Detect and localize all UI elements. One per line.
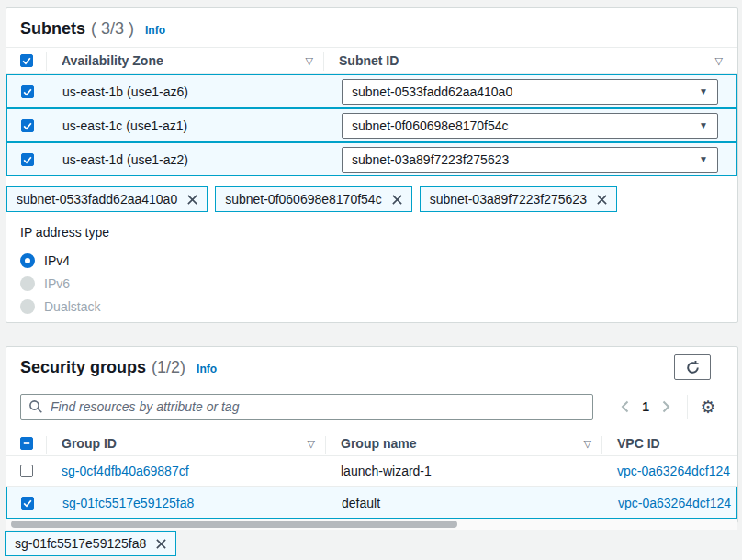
previous-page-button[interactable] bbox=[615, 396, 635, 418]
group-id-link[interactable]: sg-0cf4dfb40a69887cf bbox=[62, 464, 189, 478]
subnets-panel: Subnets ( 3/3 ) Info Availability Zone ▽… bbox=[6, 7, 738, 323]
subnet-row-checkbox[interactable] bbox=[21, 153, 34, 166]
group-id-link[interactable]: sg-01fc5517e59125fa8 bbox=[62, 496, 194, 510]
preferences-button[interactable]: ⚙ bbox=[697, 396, 719, 418]
sg-select-all-checkbox[interactable] bbox=[20, 437, 33, 450]
availability-zone-value: us-east-1d (use1-az2) bbox=[48, 152, 325, 167]
sort-icon[interactable]: ▽ bbox=[308, 439, 315, 449]
ip-address-type-group: IP address type IPv4 IPv6 Dualstack bbox=[6, 225, 737, 318]
sort-icon[interactable]: ▽ bbox=[584, 439, 591, 449]
search-icon bbox=[28, 399, 43, 414]
radio-label: IPv4 bbox=[44, 253, 70, 268]
current-page-number: 1 bbox=[635, 399, 656, 414]
subnet-token: subnet-03a89f7223f275623 bbox=[420, 186, 617, 212]
column-header-vpc-id: VPC ID bbox=[602, 431, 737, 455]
security-groups-panel-header: Security groups (1/2) Info bbox=[6, 347, 737, 386]
dismiss-icon[interactable] bbox=[155, 538, 167, 550]
subnet-id-dropdown[interactable]: subnet-03a89f7223f275623 ▼ bbox=[342, 147, 718, 173]
group-name-value: launch-wizard-1 bbox=[326, 464, 602, 478]
sort-icon[interactable]: ▽ bbox=[715, 56, 723, 66]
security-groups-table-header: Group ID ▽ Group name ▽ VPC ID bbox=[6, 431, 737, 456]
radio-option-dualstack: Dualstack bbox=[20, 295, 737, 318]
dismiss-icon[interactable] bbox=[391, 194, 403, 206]
subnet-row-checkbox[interactable] bbox=[21, 85, 34, 98]
column-label: Group ID bbox=[62, 436, 117, 451]
chevron-left-icon bbox=[620, 399, 631, 414]
subnet-id-dropdown-value: subnet-0f060698e8170f54c bbox=[352, 118, 508, 133]
gear-icon: ⚙ bbox=[700, 398, 715, 416]
subnet-row-checkbox[interactable] bbox=[21, 119, 34, 132]
vpc-id-cell: vpc-0a63264dcf124 bbox=[602, 464, 737, 478]
subnet-token-label: subnet-0533fadd62aa410a0 bbox=[17, 192, 177, 207]
subnets-count: ( 3/3 ) bbox=[91, 19, 134, 39]
column-label: Subnet ID bbox=[339, 53, 399, 68]
security-groups-toolbar: 1 ⚙ bbox=[20, 394, 719, 420]
dropdown-arrow-icon: ▼ bbox=[699, 154, 708, 164]
subnet-id-cell: subnet-03a89f7223f275623 ▼ bbox=[325, 147, 736, 173]
indeterminate-icon bbox=[22, 439, 31, 448]
row-checkbox-cell bbox=[6, 465, 47, 477]
next-page-button[interactable] bbox=[656, 396, 676, 418]
subnet-row: us-east-1d (use1-az2) subnet-03a89f7223f… bbox=[6, 142, 737, 176]
checkmark-icon bbox=[22, 120, 33, 131]
column-header-group-id: Group ID ▽ bbox=[47, 431, 326, 455]
dismiss-icon[interactable] bbox=[596, 194, 608, 206]
security-groups-panel: Security groups (1/2) Info 1 bbox=[6, 346, 738, 523]
checkmark-icon bbox=[21, 55, 32, 66]
horizontal-scrollbar-track bbox=[6, 519, 737, 530]
row-checkbox-cell bbox=[7, 497, 48, 510]
row-checkbox-cell bbox=[7, 85, 48, 98]
subnets-select-all-checkbox[interactable] bbox=[20, 54, 33, 67]
subnets-table-header: Availability Zone ▽ Subnet ID ▽ bbox=[6, 47, 737, 74]
toolbar-divider bbox=[687, 395, 688, 419]
vpc-id-link[interactable]: vpc-0a63264dcf124 bbox=[617, 464, 730, 478]
subnet-token: subnet-0533fadd62aa410a0 bbox=[6, 186, 208, 212]
subnets-info-link[interactable]: Info bbox=[145, 24, 165, 37]
radio-button-dualstack bbox=[20, 299, 35, 314]
subnets-title: Subnets bbox=[20, 19, 85, 39]
sg-row-checkbox[interactable] bbox=[20, 465, 33, 477]
availability-zone-value: us-east-1c (use1-az1) bbox=[48, 118, 325, 133]
security-group-row: sg-01fc5517e59125fa8 default vpc-0a63264… bbox=[6, 487, 737, 519]
checkmark-icon bbox=[22, 498, 33, 509]
security-group-row: sg-0cf4dfb40a69887cf launch-wizard-1 vpc… bbox=[6, 456, 737, 487]
subnet-row: us-east-1c (use1-az1) subnet-0f060698e81… bbox=[6, 108, 737, 142]
horizontal-scrollbar-thumb[interactable] bbox=[11, 521, 457, 528]
subnet-token: subnet-0f060698e8170f54c bbox=[215, 186, 411, 212]
dropdown-arrow-icon: ▼ bbox=[699, 86, 708, 96]
subnets-panel-header: Subnets ( 3/3 ) Info bbox=[6, 8, 737, 47]
sg-row-checkbox[interactable] bbox=[21, 497, 34, 510]
subnet-token-label: subnet-03a89f7223f275623 bbox=[430, 192, 587, 207]
security-group-token-label: sg-01fc5517e59125fa8 bbox=[15, 536, 146, 551]
group-id-cell: sg-01fc5517e59125fa8 bbox=[48, 496, 327, 510]
availability-zone-value: us-east-1b (use1-az6) bbox=[48, 84, 325, 99]
column-label: VPC ID bbox=[617, 436, 660, 451]
subnet-id-dropdown[interactable]: subnet-0f060698e8170f54c ▼ bbox=[342, 113, 718, 139]
radio-label: Dualstack bbox=[44, 299, 100, 314]
column-label: Group name bbox=[341, 436, 416, 451]
row-checkbox-cell bbox=[7, 153, 48, 166]
row-checkbox-cell bbox=[7, 119, 48, 132]
sg-select-all-cell bbox=[6, 431, 47, 455]
subnet-id-dropdown-value: subnet-03a89f7223f275623 bbox=[352, 152, 509, 167]
subnet-id-dropdown-value: subnet-0533fadd62aa410a0 bbox=[352, 84, 512, 99]
column-header-group-name: Group name ▽ bbox=[326, 431, 602, 455]
radio-button-ipv4[interactable] bbox=[20, 253, 35, 268]
vpc-id-link[interactable]: vpc-0a63264dcf124 bbox=[618, 496, 731, 510]
radio-option-ipv4: IPv4 bbox=[20, 249, 737, 272]
pagination: 1 ⚙ bbox=[615, 395, 719, 419]
column-header-availability-zone: Availability Zone ▽ bbox=[47, 48, 324, 73]
subnet-row: us-east-1b (use1-az6) subnet-0533fadd62a… bbox=[6, 74, 737, 108]
subnet-id-dropdown[interactable]: subnet-0533fadd62aa410a0 ▼ bbox=[342, 79, 718, 105]
dismiss-icon[interactable] bbox=[186, 194, 198, 206]
selected-subnet-tokens: subnet-0533fadd62aa410a0 subnet-0f060698… bbox=[6, 186, 737, 212]
column-header-subnet-id: Subnet ID ▽ bbox=[324, 48, 737, 73]
radio-button-ipv6 bbox=[20, 276, 35, 291]
group-id-cell: sg-0cf4dfb40a69887cf bbox=[47, 464, 326, 478]
refresh-button[interactable] bbox=[674, 354, 711, 380]
subnet-token-label: subnet-0f060698e8170f54c bbox=[225, 192, 381, 207]
sort-icon[interactable]: ▽ bbox=[306, 56, 313, 66]
security-groups-info-link[interactable]: Info bbox=[197, 363, 217, 375]
search-input[interactable] bbox=[20, 394, 593, 420]
checkmark-icon bbox=[22, 86, 33, 97]
